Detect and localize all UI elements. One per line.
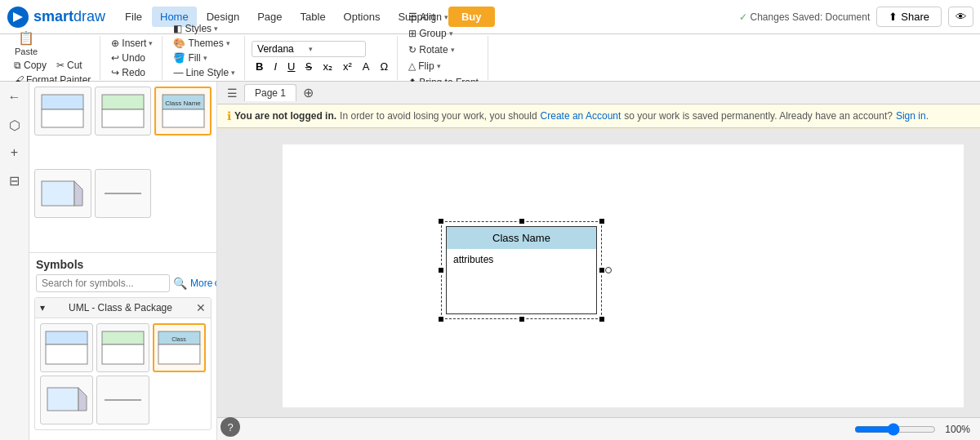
handle-br[interactable] (599, 316, 605, 322)
uml-thumbnail-5[interactable] (96, 376, 149, 424)
handle-bm[interactable] (519, 316, 525, 322)
align-icon: ☰ (408, 11, 417, 23)
insert-button[interactable]: ⊕ Insert ▾ (107, 36, 157, 51)
handle-tr[interactable] (599, 218, 605, 224)
thumbnail-2[interactable] (95, 87, 152, 136)
insert-label: Insert (122, 38, 146, 49)
group-label: Group (419, 28, 446, 39)
view-button[interactable]: 👁 (948, 7, 973, 27)
warning-after-link: so your work is saved permanently. Alrea… (624, 110, 893, 122)
uml-close-button[interactable]: ✕ (196, 301, 206, 314)
connection-handle[interactable] (605, 267, 612, 273)
rotate-icon: ↻ (408, 44, 416, 56)
rotate-label: Rotate (419, 44, 448, 56)
back-button[interactable]: ← (2, 85, 27, 109)
add-page-button[interactable]: ⊕ (300, 83, 317, 102)
uml-class-header[interactable]: Class Name (446, 226, 597, 249)
undo-button[interactable]: ↩ Undo (107, 51, 149, 65)
help-button[interactable]: ? (220, 417, 240, 437)
strikethrough-button[interactable]: S̶ (301, 59, 316, 74)
undo-icon: ↩ (111, 52, 119, 64)
insert-undo-group: ⊕ Insert ▾ ↩ Undo ↪ Redo (102, 36, 163, 80)
line-style-label: Line Style (185, 67, 229, 78)
arrange-group: ☰ Align ▾ ⊞ Group ▾ ↻ Rotate ▾ △ Flip ▾ … (399, 36, 488, 80)
redo-button[interactable]: ↪ Redo (107, 65, 149, 80)
uml-thumbnail-3-active[interactable]: Class (153, 323, 206, 372)
share-button[interactable]: ⬆ Share (876, 7, 942, 27)
handle-tm[interactable] (519, 218, 525, 224)
thumbnail-1[interactable] (34, 87, 91, 136)
paste-icon: 📋 (18, 30, 34, 46)
underline-button[interactable]: U (283, 59, 299, 74)
logo: smartdraw (7, 6, 105, 29)
thumbnail-4[interactable] (34, 169, 91, 218)
page-list-button[interactable]: ☰ (224, 85, 241, 101)
symbols-title: Symbols (29, 253, 216, 274)
page-1-tab[interactable]: Page 1 (244, 84, 296, 101)
layers-button[interactable]: ⊟ (2, 168, 27, 193)
uml-thumbnail-2[interactable] (96, 323, 149, 372)
nav-table[interactable]: Table (292, 7, 334, 27)
symbols-more-button[interactable]: More ⊕ (190, 278, 217, 289)
group-button[interactable]: ⊞ Group ▾ (404, 26, 483, 41)
align-button[interactable]: ☰ Align ▾ (404, 10, 483, 24)
styles-label: Styles (185, 23, 212, 34)
share-label[interactable]: Share (901, 11, 929, 23)
canvas-workspace[interactable]: Class Name attributes 100% (217, 128, 980, 440)
fill-button[interactable]: 🪣 Fill ▾ (169, 51, 211, 65)
handle-bl[interactable] (438, 316, 444, 322)
fill-dropdown-icon: ▾ (203, 54, 207, 62)
styles-group: ◧ Styles ▾ 🎨 Themes ▾ 🪣 Fill ▾ — Line St… (164, 36, 245, 80)
uml-thumbnail-1[interactable] (40, 323, 93, 372)
svg-rect-8 (163, 109, 204, 127)
themes-button[interactable]: 🎨 Themes ▾ (169, 36, 234, 51)
add-button[interactable]: + (2, 140, 27, 165)
paste-button[interactable]: 📋 Paste (10, 29, 42, 58)
symbols-search-input[interactable] (36, 274, 170, 292)
zoom-slider[interactable] (854, 423, 936, 436)
svg-rect-15 (102, 344, 144, 364)
font-selector[interactable]: Verdana ▾ (252, 41, 366, 57)
subscript-button[interactable]: x₂ (318, 59, 336, 74)
symbols-search-button[interactable]: 🔍 (173, 277, 187, 290)
svg-rect-9 (42, 181, 74, 206)
changes-saved-indicator: ✓ Changes Saved: Document (739, 11, 871, 23)
nav-page[interactable]: Page (249, 7, 290, 27)
svg-rect-5 (102, 109, 144, 127)
superscript-button[interactable]: x² (339, 59, 356, 74)
uml-class-body[interactable]: attributes (446, 249, 597, 314)
line-style-button[interactable]: — Line Style ▾ (169, 65, 239, 80)
thumbnail-3-active[interactable]: Class Name (154, 87, 212, 136)
svg-marker-20 (78, 388, 87, 411)
rotate-button[interactable]: ↻ Rotate ▾ (404, 42, 483, 57)
uml-thumbnail-4[interactable] (40, 376, 93, 424)
cut-button[interactable]: ✂ Cut (52, 58, 87, 73)
styles-button[interactable]: ◧ Styles ▾ (169, 21, 222, 36)
thumbnail-5[interactable] (95, 169, 152, 218)
ribbon: 📋 Paste ⧉ Copy ✂ Cut 🖌 Format Painter ⊕ … (0, 34, 980, 82)
fill-icon: 🪣 (173, 52, 185, 64)
special-chars-button[interactable]: Ω (376, 59, 393, 74)
font-color-button[interactable]: A (359, 59, 374, 74)
uml-class: Class Name attributes (446, 226, 597, 314)
nav-options[interactable]: Options (336, 7, 389, 27)
handle-ml[interactable] (438, 267, 444, 273)
nav-file[interactable]: File (117, 7, 150, 27)
uml-section: ▾ UML - Class & Package ✕ (34, 297, 212, 430)
shapes-button[interactable]: ⬡ (2, 113, 27, 137)
bold-button[interactable]: B (252, 59, 267, 74)
uml-diagram[interactable]: Class Name attributes (446, 226, 597, 314)
svg-marker-10 (74, 181, 82, 206)
warning-main-text: In order to avoid losing your work, you … (340, 110, 537, 122)
italic-button[interactable]: I (270, 59, 281, 74)
copy-button[interactable]: ⧉ Copy (10, 58, 51, 73)
flip-button[interactable]: △ Flip ▾ (404, 59, 483, 73)
svg-rect-13 (46, 344, 87, 364)
handle-tl[interactable] (438, 218, 444, 224)
uml-chevron-icon[interactable]: ▾ (40, 302, 45, 313)
sign-in-link[interactable]: Sign in. (896, 110, 929, 122)
handle-mr[interactable] (599, 267, 605, 273)
paste-label: Paste (15, 47, 38, 56)
warning-icon: ℹ (227, 109, 231, 122)
create-account-link[interactable]: Create an Account (541, 110, 621, 122)
